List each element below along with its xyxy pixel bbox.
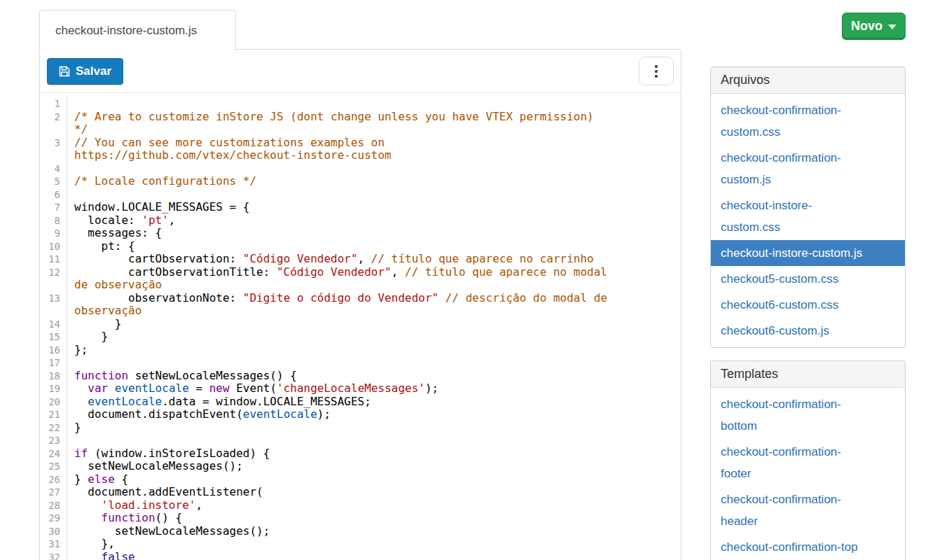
code-line[interactable]: 25 setNewLocaleMessages(); (40, 460, 681, 473)
code-line-text: } (67, 318, 681, 331)
editor-tab[interactable]: checkout-instore-custom.js (39, 10, 236, 50)
code-line[interactable]: 22} (40, 421, 681, 435)
file-link-active[interactable]: checkout-instore-custom.js (711, 240, 905, 266)
line-number: 20 (40, 396, 67, 409)
editor-panel: Salvar 1 2/* Area to customize inStore J… (39, 49, 681, 560)
code-line[interactable]: 21 document.dispatchEvent(eventLocale); (40, 408, 681, 421)
line-number: 24 (40, 447, 67, 461)
code-line-text (67, 188, 681, 202)
file-link[interactable]: checkout5-custom.css (711, 266, 905, 292)
code-editor[interactable]: 1 2/* Area to customize inStore JS (dont… (40, 93, 681, 560)
line-number: 22 (40, 421, 67, 435)
code-line[interactable]: 18function setNewLocaleMessages() { (40, 370, 681, 383)
code-line[interactable]: 27 document.addEventListener( (40, 486, 681, 499)
caret-down-icon (888, 24, 896, 29)
code-line-text (67, 97, 681, 111)
code-line[interactable]: 19 var eventLocale = new Event('changeLo… (40, 382, 681, 396)
line-number: 11 (40, 253, 67, 266)
code-line-text: } else { (67, 473, 681, 486)
line-number: 28 (40, 499, 67, 512)
template-link[interactable]: checkout-confirmation- bottom (711, 391, 905, 439)
code-line-text: /* Locale configurations */ (67, 175, 681, 188)
line-number: 30 (40, 525, 67, 538)
code-line[interactable]: 17 (40, 356, 681, 370)
save-button[interactable]: Salvar (47, 58, 123, 85)
code-line[interactable]: 24if (window.inStoreIsLoaded) { (40, 447, 681, 461)
code-line-text: document.addEventListener( (67, 486, 681, 499)
line-number: 9 (40, 227, 67, 240)
code-line[interactable]: 3// You can see more customizations exam… (40, 136, 681, 162)
line-number: 5 (40, 175, 67, 188)
code-line-text: if (window.inStoreIsLoaded) { (67, 447, 681, 461)
code-line[interactable]: 5/* Locale configurations */ (40, 175, 681, 188)
file-link[interactable]: checkout-instore- custom.css (711, 192, 905, 240)
line-number: 6 (40, 188, 67, 202)
code-line-text: window.LOCALE_MESSAGES = { (67, 201, 681, 214)
code-line-text: }; (67, 344, 681, 357)
options-menu-button[interactable] (639, 57, 674, 85)
line-number: 15 (40, 330, 67, 344)
line-number: 32 (40, 551, 67, 560)
code-line-text: false (67, 551, 681, 560)
templates-panel: Templates checkout-confirmation- bottomc… (710, 360, 906, 560)
code-line[interactable]: 1 (40, 97, 681, 111)
code-line[interactable]: 8 locale: 'pt', (40, 214, 681, 227)
code-line[interactable]: 9 messages: { (40, 227, 681, 240)
code-line[interactable]: 10 pt: { (40, 240, 681, 253)
files-panel: Arquivos checkout-confirmation- custom.c… (710, 66, 906, 348)
novo-button[interactable]: Novo (842, 13, 906, 40)
line-number: 8 (40, 214, 67, 227)
line-number: 2 (40, 111, 67, 136)
code-line-text: eventLocale.data = window.LOCALE_MESSAGE… (67, 396, 681, 409)
code-line[interactable]: 4 (40, 162, 681, 176)
line-number: 31 (40, 538, 67, 551)
line-number: 4 (40, 162, 67, 176)
code-line[interactable]: 15 } (40, 330, 681, 344)
line-number: 12 (40, 266, 67, 292)
template-link[interactable]: checkout-confirmation- footer (711, 439, 905, 486)
code-line[interactable]: 7window.LOCALE_MESSAGES = { (40, 201, 681, 214)
template-link[interactable]: checkout-confirmation-top (711, 534, 905, 560)
line-number: 16 (40, 344, 67, 357)
code-lines: 1 2/* Area to customize inStore JS (dont… (40, 97, 681, 560)
code-line-text: setNewLocaleMessages(); (67, 460, 681, 473)
file-link[interactable]: checkout6-custom.css (711, 292, 905, 318)
code-line[interactable]: 13 observationNote: "Digite o código do … (40, 292, 681, 318)
template-link[interactable]: checkout-confirmation- header (711, 486, 905, 534)
code-line[interactable]: 6 (40, 188, 681, 202)
code-line-text: cartObservationTitle: "Código Vendedor",… (67, 266, 681, 292)
line-number: 1 (40, 97, 67, 111)
code-line[interactable]: 2/* Area to customize inStore JS (dont c… (40, 111, 681, 136)
code-line-text: /* Area to customize inStore JS (dont ch… (67, 111, 681, 136)
file-link[interactable]: checkout-confirmation- custom.js (711, 145, 905, 192)
code-line[interactable]: 14 } (40, 318, 681, 331)
code-line-text (67, 434, 681, 447)
code-line-text: // You can see more customizations examp… (67, 136, 681, 162)
code-line[interactable]: 30 setNewLocaleMessages(); (40, 525, 681, 538)
editor-toolbar: Salvar (40, 50, 681, 93)
code-line[interactable]: 11 cartObservation: "Código Vendedor", /… (40, 253, 681, 266)
code-line[interactable]: 26} else { (40, 473, 681, 486)
code-line[interactable]: 12 cartObservationTitle: "Código Vendedo… (40, 266, 681, 292)
code-line-text: }, (67, 538, 681, 551)
code-line[interactable]: 29 function() { (40, 512, 681, 525)
code-line[interactable]: 31 }, (40, 538, 681, 551)
line-number: 29 (40, 512, 67, 525)
file-link[interactable]: checkout6-custom.js (711, 318, 905, 344)
code-line[interactable]: 20 eventLocale.data = window.LOCALE_MESS… (40, 396, 681, 409)
code-line-text: locale: 'pt', (67, 214, 681, 227)
code-line-text: setNewLocaleMessages(); (67, 525, 681, 538)
line-number: 23 (40, 434, 67, 447)
code-line[interactable]: 32 false (40, 551, 681, 560)
code-line[interactable]: 23 (40, 434, 681, 447)
file-link[interactable]: checkout-confirmation- custom.css (711, 97, 905, 145)
kebab-vertical-icon (655, 65, 658, 78)
line-number: 27 (40, 486, 67, 499)
line-number: 18 (40, 370, 67, 383)
line-number: 17 (40, 356, 67, 370)
code-line[interactable]: 28 'load.instore', (40, 499, 681, 512)
floppy-disk-icon (59, 66, 70, 77)
code-line[interactable]: 16}; (40, 344, 681, 357)
line-number: 19 (40, 382, 67, 396)
save-button-label: Salvar (76, 64, 111, 78)
